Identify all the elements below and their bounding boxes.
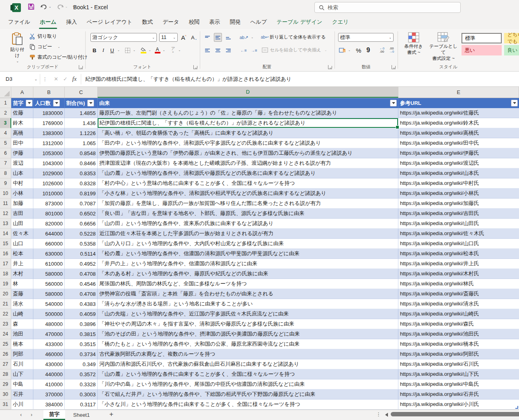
row-header-22[interactable]: 22 <box>0 309 11 319</box>
copy-button[interactable]: コピー ⌄ <box>29 43 60 50</box>
sheet-tab-myoji[interactable]: 苗字 <box>43 410 65 420</box>
cell-name[interactable]: 佐藤 <box>11 108 33 118</box>
cell-url[interactable]: https://ja.wikipedia.org/wiki/山田氏 <box>398 219 519 229</box>
cell-origin[interactable]: 「高い橋」や、朝廷の食膳係であった「高橋氏」に由来するなど諸説あり <box>98 128 398 138</box>
cell-population[interactable]: 1043000 <box>33 158 65 168</box>
sheet-nav-left-icon[interactable]: ‹ <box>20 412 22 418</box>
row-header-7[interactable]: 7 <box>0 158 11 168</box>
cell-style-normal[interactable]: 標準 <box>462 33 502 43</box>
cell-origin[interactable]: 「小さな川」という地理的な条件に由来することが多く、全国に様々なルーツを持つ <box>98 400 398 410</box>
cell-name[interactable]: 林 <box>11 279 33 289</box>
borders-button[interactable] <box>124 46 132 55</box>
underline-button[interactable]: U <box>108 46 116 55</box>
cell-percent[interactable]: 0.3896 <box>65 319 98 329</box>
cell-population[interactable]: 370000 <box>33 389 65 400</box>
bold-button[interactable]: B <box>90 46 98 55</box>
cell-style-good[interactable]: 良い <box>504 45 519 55</box>
row-header-10[interactable]: 10 <box>0 188 11 199</box>
cell-url[interactable]: https://ja.wikipedia.org/wiki/斎藤氏 <box>398 289 519 299</box>
decrease-indent-button[interactable]: ←≡ <box>240 46 248 55</box>
cell-percent[interactable]: 0.6656 <box>65 219 98 229</box>
cell-name[interactable]: 井上 <box>11 259 33 269</box>
orientation-dropdown-icon[interactable]: ⌄ <box>251 36 253 39</box>
cell-population[interactable]: 560000 <box>33 279 65 289</box>
cell-origin[interactable]: 「石で組んだ井戸」という地理的な条件や、下総国の桓武平氏や下野国の藤原氏などに由… <box>98 389 398 400</box>
cell-url[interactable]: https://ja.wikipedia.org/wiki/中島氏 <box>398 379 519 389</box>
row-header-20[interactable]: 20 <box>0 289 11 299</box>
cell-population[interactable]: 801000 <box>33 209 65 219</box>
cell-origin[interactable]: 「松の麓」という地理的な条件や、信濃国の清和源氏や甲斐国の甲斐源氏などに由来 <box>98 249 398 259</box>
cell-origin[interactable]: 「木のある村」という地理的な条件や、藤原氏や紀氏などの氏族に由来 <box>98 269 398 279</box>
cell-name[interactable]: 山崎 <box>11 309 33 319</box>
font-name-combo[interactable]: 游ゴシック⌄ <box>90 33 157 42</box>
cell-name[interactable]: 渡辺 <box>11 158 33 168</box>
cell-population[interactable]: 1769000 <box>33 118 65 128</box>
cell-percent[interactable]: 0.3003 <box>65 389 98 400</box>
tab-help[interactable]: ヘルプ <box>246 16 272 29</box>
cell-origin[interactable]: 「神社やその周辺の木々」を指す言葉や、清和源氏や藤原氏など多様な氏族に由来 <box>98 319 398 329</box>
cell-population[interactable]: 500000 <box>33 309 65 319</box>
cell-name[interactable]: 石井 <box>11 389 33 400</box>
cell-url[interactable]: https://ja.wikipedia.org/wiki/森氏 <box>398 319 519 329</box>
cell-population[interactable]: 660000 <box>33 239 65 249</box>
font-color-button[interactable]: A <box>154 46 162 55</box>
cell-url[interactable]: https://ja.wikipedia.org/wiki/山下氏 <box>398 369 519 379</box>
name-box[interactable]: D3⌄ <box>2 74 40 84</box>
cancel-entry-icon[interactable]: ✕ <box>54 76 58 82</box>
cell-origin[interactable]: 河内国の清和源氏石川氏や、古代豪族の蘇我倉山田石川麻呂に由来するなど諸説あり <box>98 359 398 369</box>
row-header-19[interactable]: 19 <box>0 279 11 289</box>
cell-percent[interactable]: 0.3328 <box>65 379 98 389</box>
column-header-e[interactable]: E <box>398 87 519 98</box>
cell-percent[interactable]: 0.8466 <box>65 158 98 168</box>
tab-table-design[interactable]: テーブル デザイン <box>272 16 327 29</box>
undo-button[interactable]: ⌄ <box>40 3 51 10</box>
align-right-button[interactable] <box>224 46 232 55</box>
cell-population[interactable]: 384000 <box>33 400 65 410</box>
cell-population[interactable]: 1029000 <box>33 168 65 178</box>
cell-percent[interactable]: 0.8548 <box>65 148 98 158</box>
cell-url[interactable]: https://ja.wikipedia.org/wiki/石井氏 <box>398 389 519 400</box>
row-header-26[interactable]: 26 <box>0 349 11 359</box>
row-header-12[interactable]: 12 <box>0 209 11 219</box>
row-header-3[interactable]: 3 <box>0 118 11 128</box>
cell-origin[interactable]: 「村の中心」という意味の地名に由来することが多く、全国に様々なルーツを持つ <box>98 178 398 188</box>
tab-file[interactable]: ファイル <box>3 16 35 29</box>
accounting-dropdown-icon[interactable]: ⌄ <box>348 49 351 52</box>
cell-origin[interactable]: 古代豪族阿部氏の末裔など、複数のルーツを持つ <box>98 349 398 359</box>
row-header-14[interactable]: 14 <box>0 229 11 239</box>
search-input[interactable]: 検索 <box>314 2 461 13</box>
cell-name[interactable]: 鈴木 <box>11 118 33 128</box>
formula-bar-splitter[interactable]: ⋮ <box>40 76 50 82</box>
cell-origin[interactable]: 「山の入り口」という地理的な条件や、大内氏や村山党など多様な氏族に由来 <box>98 239 398 249</box>
orientation-button[interactable]: ab↗ <box>240 33 248 42</box>
cell-population[interactable]: 1383000 <box>33 128 65 138</box>
cell-percent[interactable]: 0.4708 <box>65 269 98 279</box>
fill-color-dropdown-icon[interactable]: ⌄ <box>149 49 151 52</box>
cell-percent[interactable]: 0.3515 <box>65 339 98 349</box>
cell-population[interactable]: 1312000 <box>33 138 65 148</box>
row-header-28[interactable]: 28 <box>0 369 11 379</box>
accounting-format-button[interactable]: g <box>338 46 346 55</box>
row-header-18[interactable]: 18 <box>0 269 11 279</box>
cell-population[interactable]: 580000 <box>33 289 65 299</box>
row-header-27[interactable]: 27 <box>0 359 11 369</box>
cell-origin[interactable]: 「清らかな水が湧き出る場所」という地名に由来することが多い <box>98 299 398 309</box>
cell-percent[interactable]: 0.3117 <box>65 400 98 410</box>
cell-percent[interactable]: 0.5358 <box>65 239 98 249</box>
tab-developer[interactable]: 開発 <box>225 16 246 29</box>
row-header-4[interactable]: 4 <box>0 128 11 138</box>
align-top-button[interactable] <box>203 33 211 42</box>
cell-origin[interactable]: 「橋のたもと」という地理的な条件や、大和国の公家、藤原北家西園寺流などに由来 <box>98 339 398 349</box>
cell-name[interactable]: 阿部 <box>11 349 33 359</box>
cell-origin[interactable]: 「池のそばの田」という地理的な条件や、摂津国の源氏や美濃国の藤原氏などに由来 <box>98 329 398 339</box>
row-header-30[interactable]: 30 <box>0 389 11 400</box>
cell-url[interactable]: https://ja.wikipedia.org/wiki/清水氏 <box>398 299 519 309</box>
underline-dropdown-icon[interactable]: ⌄ <box>117 49 120 52</box>
cell-origin[interactable]: 尾張国の林氏、周防国の林氏など、全国に多様なルーツを持つ <box>98 279 398 289</box>
cell-population[interactable]: 433000 <box>33 339 65 349</box>
tab-bar-splitter[interactable]: ⋮ <box>376 411 381 417</box>
row-header-9[interactable]: 9 <box>0 178 11 188</box>
cell-percent[interactable]: 0.8199 <box>65 188 98 199</box>
cell-population[interactable]: 410000 <box>33 379 65 389</box>
cell-population[interactable]: 540000 <box>33 299 65 309</box>
